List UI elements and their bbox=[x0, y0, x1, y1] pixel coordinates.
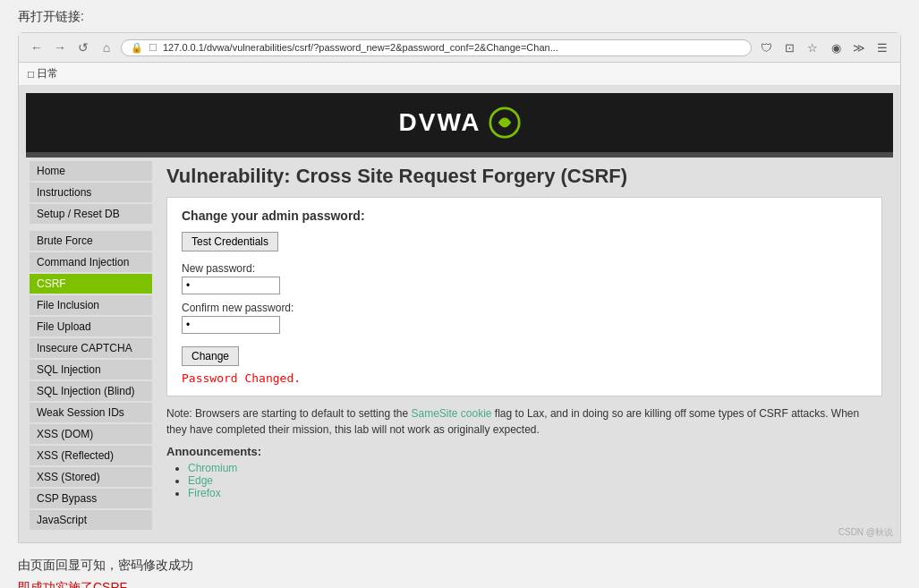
password-changed-message: Password Changed. bbox=[182, 371, 867, 385]
sidebar-item-home[interactable]: Home bbox=[30, 161, 152, 181]
edge-link[interactable]: Edge bbox=[188, 474, 213, 487]
bookmark-icon[interactable]: ⊡ bbox=[780, 38, 798, 56]
confirm-password-label: Confirm new password: bbox=[182, 302, 867, 314]
watermark: CSDN @秋说 bbox=[838, 526, 893, 539]
chromium-link[interactable]: Chromium bbox=[188, 462, 237, 474]
new-password-label: New password: bbox=[182, 262, 867, 275]
sidebar-item-instructions[interactable]: Instructions bbox=[30, 183, 152, 202]
sidebar-item-weak-session[interactable]: Weak Session IDs bbox=[30, 403, 152, 422]
browser-toolbar: ← → ↺ ⌂ 🔒 ☐ 127.0.0.1/dvwa/vulnerabiliti… bbox=[19, 33, 900, 63]
announcements-title: Announcements: bbox=[166, 445, 882, 458]
dvwa-header: DVWA bbox=[26, 93, 893, 152]
change-button[interactable]: Change bbox=[182, 346, 239, 366]
dvwa-logo-text: DVWA bbox=[399, 108, 481, 137]
forward-button[interactable]: → bbox=[51, 38, 69, 56]
confirm-password-group: Confirm new password: bbox=[182, 302, 867, 334]
sidebar-item-sql-injection-blind[interactable]: SQL Injection (Blind) bbox=[30, 381, 152, 401]
dvwa-wrapper: DVWA Home Instructions Setup / Re bbox=[19, 86, 900, 542]
sidebar-item-xss-stored[interactable]: XSS (Stored) bbox=[30, 467, 152, 487]
test-credentials-button[interactable]: Test Credentials bbox=[182, 232, 278, 251]
bottom-line2: 即成功实施了CSRF bbox=[18, 576, 901, 588]
sidebar-item-javascript[interactable]: JavaScript bbox=[30, 510, 152, 530]
menu-icon[interactable]: ☰ bbox=[873, 38, 891, 56]
sidebar-item-brute-force[interactable]: Brute Force bbox=[30, 231, 152, 251]
new-password-group: New password: bbox=[182, 262, 867, 294]
announcement-firefox: Firefox bbox=[188, 487, 882, 499]
dvwa-sidebar: Home Instructions Setup / Reset DB Brute… bbox=[26, 158, 156, 535]
page-icon: ☐ bbox=[149, 42, 157, 54]
sidebar-item-csrf[interactable]: CSRF bbox=[30, 274, 152, 294]
confirm-password-input[interactable] bbox=[182, 316, 280, 334]
samesite-link[interactable]: SameSite cookie bbox=[411, 407, 491, 420]
bookmarks-bar: □ 日常 bbox=[19, 63, 900, 86]
shield-icon[interactable]: 🛡 bbox=[757, 38, 775, 56]
new-password-input[interactable] bbox=[182, 277, 280, 294]
change-password-title: Change your admin password: bbox=[182, 209, 867, 223]
bookmark-daily[interactable]: □ 日常 bbox=[28, 66, 58, 81]
change-password-box: Change your admin password: Test Credent… bbox=[166, 197, 882, 396]
sidebar-item-setup[interactable]: Setup / Reset DB bbox=[30, 204, 152, 224]
sidebar-item-xss-dom[interactable]: XSS (DOM) bbox=[30, 424, 152, 444]
page-title: Vulnerability: Cross Site Request Forger… bbox=[166, 165, 882, 188]
bottom-text: 由页面回显可知，密码修改成功 即成功实施了CSRF bbox=[18, 554, 901, 588]
announcement-chromium: Chromium bbox=[188, 462, 882, 474]
browser-window: ← → ↺ ⌂ 🔒 ☐ 127.0.0.1/dvwa/vulnerabiliti… bbox=[18, 32, 901, 543]
sidebar-item-file-inclusion[interactable]: File Inclusion bbox=[30, 295, 152, 315]
bookmark-label: 日常 bbox=[37, 66, 58, 81]
firefox-link[interactable]: Firefox bbox=[188, 487, 221, 499]
top-label: 再打开链接: bbox=[18, 9, 901, 25]
shield-icon: 🔒 bbox=[131, 42, 143, 54]
dvwa-body: Home Instructions Setup / Reset DB Brute… bbox=[26, 158, 893, 535]
sidebar-item-sql-injection[interactable]: SQL Injection bbox=[30, 360, 152, 379]
more-icon[interactable]: ≫ bbox=[850, 38, 868, 56]
sidebar-item-command-injection[interactable]: Command Injection bbox=[30, 252, 152, 272]
toolbar-right-icons: 🛡 ⊡ ☆ ◉ ≫ ☰ bbox=[757, 38, 891, 56]
address-bar[interactable]: 🔒 ☐ 127.0.0.1/dvwa/vulnerabilities/csrf/… bbox=[121, 39, 752, 56]
sidebar-item-insecure-captcha[interactable]: Insecure CAPTCHA bbox=[30, 338, 152, 358]
back-button[interactable]: ← bbox=[28, 38, 46, 56]
sidebar-item-file-upload[interactable]: File Upload bbox=[30, 317, 152, 337]
dvwa-logo-icon bbox=[489, 107, 521, 139]
address-text: 127.0.0.1/dvwa/vulnerabilities/csrf/?pas… bbox=[163, 42, 558, 53]
browser-body: DVWA Home Instructions Setup / Re bbox=[19, 86, 900, 542]
refresh-button[interactable]: ↺ bbox=[74, 38, 92, 56]
sidebar-item-xss-reflected[interactable]: XSS (Reflected) bbox=[30, 446, 152, 465]
extensions-icon[interactable]: ◉ bbox=[827, 38, 845, 56]
bottom-line1: 由页面回显可知，密码修改成功 bbox=[18, 554, 901, 576]
bookmark-folder-icon: □ bbox=[28, 68, 34, 81]
star-icon[interactable]: ☆ bbox=[804, 38, 821, 56]
dvwa-main: Vulnerability: Cross Site Request Forger… bbox=[156, 158, 893, 535]
announcements-list: Chromium Edge Firefox bbox=[166, 462, 882, 499]
announcement-edge: Edge bbox=[188, 474, 882, 487]
note-text: Note: Browsers are starting to default t… bbox=[166, 405, 882, 438]
sidebar-item-csp-bypass[interactable]: CSP Bypass bbox=[30, 489, 152, 508]
home-button[interactable]: ⌂ bbox=[98, 38, 115, 56]
dvwa-logo: DVWA bbox=[399, 107, 521, 139]
